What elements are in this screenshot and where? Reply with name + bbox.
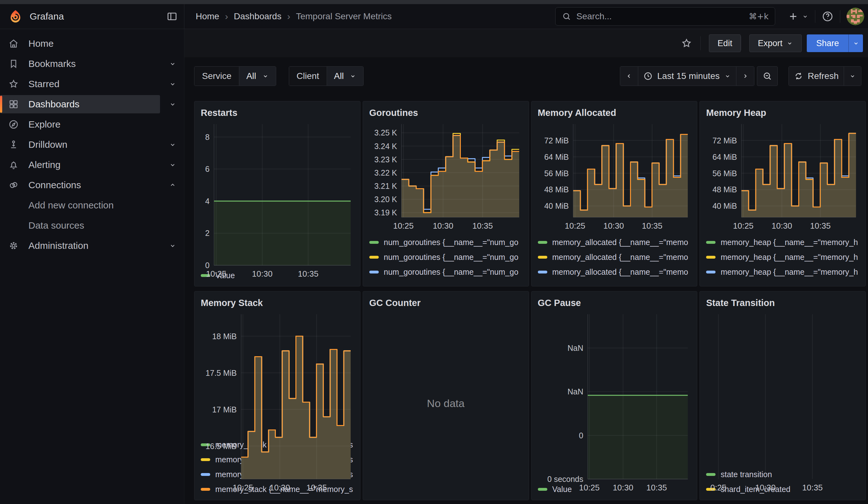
svg-text:10:25: 10:25 [579,483,599,492]
sidebar-link-bookmarks[interactable]: Bookmarks [0,55,160,73]
svg-text:18 MiB: 18 MiB [212,332,237,341]
clock-icon [643,71,653,81]
legend: num_goroutines {__name__="num_gonum_goro… [369,232,523,283]
service-variable: Service All [194,66,276,86]
export-button[interactable]: Export [749,34,802,52]
share-button[interactable]: Share [807,34,848,52]
legend-item[interactable]: num_goroutines {__name__="num_go [369,279,523,283]
sidebar-toggle-button[interactable] [166,11,178,22]
sidebar-link-dashboards[interactable]: Dashboards [0,95,160,113]
grafana-logo-icon[interactable] [8,9,23,24]
grafana-app: Grafana Home › Dashboards › Temporal Ser… [0,0,868,504]
svg-text:10:35: 10:35 [802,483,823,492]
refresh-interval-caret[interactable] [844,66,861,85]
sidebar-link-starred[interactable]: Starred [0,75,160,93]
svg-text:3.21 K: 3.21 K [374,182,397,191]
client-value-dropdown[interactable]: All [327,66,363,85]
expand-dashboards-button[interactable] [161,101,184,108]
chart: 18 MiB17.5 MiB17 MiB16.5 MiB10:2510:3010… [201,311,354,434]
search-box[interactable]: ⌘+k [555,7,775,25]
svg-text:10:30: 10:30 [433,221,453,230]
svg-text:3.23 K: 3.23 K [374,155,397,164]
search-input[interactable] [576,11,749,21]
panel-title[interactable]: Restarts [201,106,354,120]
legend-item[interactable]: memory_allocated {__name__="memo [538,265,691,279]
svg-text:10:25: 10:25 [206,269,226,278]
sidebar-link-alerting[interactable]: Alerting [0,156,160,174]
edit-button[interactable]: Edit [709,34,741,52]
sidebar-item-bookmarks: Bookmarks [0,54,184,74]
legend-item[interactable]: memory_heap {__name__="memory_h [706,279,859,283]
svg-text:4: 4 [205,197,209,206]
sidebar-link-add-new-connection[interactable]: Add new connection [0,196,183,214]
panel-title[interactable]: Memory Heap [706,106,859,120]
legend-swatch [706,241,715,244]
share-split-button: Share [807,34,863,52]
panel-left-icon [166,11,178,22]
legend-item[interactable]: memory_heap {__name__="memory_h [706,265,859,279]
legend-item[interactable]: memory_heap {__name__="memory_h [706,250,859,265]
collapse-connections-button[interactable] [161,181,184,189]
favorite-star-button[interactable] [681,38,692,49]
time-range-picker[interactable]: Last 15 minutes [638,66,736,85]
svg-text:17.5 MiB: 17.5 MiB [206,369,237,377]
help-button[interactable] [822,10,834,22]
expand-starred-button[interactable] [161,80,184,88]
expand-drilldown-button[interactable] [161,141,184,148]
panel-title[interactable]: Goroutines [369,106,523,120]
add-button[interactable] [788,11,809,22]
chevron-down-icon [169,60,176,68]
svg-text:64 MiB: 64 MiB [544,153,569,161]
sidebar-link-drilldown[interactable]: Drilldown [0,135,160,154]
panel-title[interactable]: GC Pause [538,296,691,310]
panel-title[interactable]: State Transition [706,296,859,310]
legend-item[interactable]: memory_heap {__name__="memory_h [706,235,859,250]
time-shift-forward-button[interactable] [736,66,754,85]
service-label: Service [194,66,239,85]
expand-bookmarks-button[interactable] [161,60,184,68]
svg-text:72 MiB: 72 MiB [712,136,737,145]
panel-title[interactable]: GC Counter [369,296,523,310]
time-shift-back-button[interactable] [620,66,638,85]
sidebar-link-explore[interactable]: Explore [0,115,183,134]
legend-item[interactable]: num_goroutines {__name__="num_go [369,265,523,279]
expand-administration-button[interactable] [161,242,184,249]
legend-swatch [538,241,547,244]
chart: 8642010:2510:3010:35 [201,121,354,265]
chevron-down-icon [169,80,176,88]
breadcrumb-dashboards[interactable]: Dashboards [234,11,281,21]
sidebar-link-home[interactable]: Home [0,34,183,53]
legend-item[interactable]: num_goroutines {__name__="num_go [369,250,523,265]
panel-title[interactable]: Memory Allocated [538,106,691,120]
refresh-button[interactable]: Refresh [789,66,844,85]
header-divider [815,10,815,23]
sidebar-link-data-sources[interactable]: Data sources [0,216,183,235]
expand-alerting-button[interactable] [161,161,184,169]
service-value-dropdown[interactable]: All [239,66,276,85]
legend-item[interactable]: num_goroutines {__name__="num_go [369,235,523,250]
panel-title[interactable]: Memory Stack [201,296,354,310]
breadcrumb-home[interactable]: Home [196,11,219,21]
legend-item[interactable]: memory_allocated {__name__="memo [538,250,691,265]
breadcrumb-current: Temporal Server Metrics [296,11,392,21]
svg-text:8: 8 [205,133,209,142]
legend-swatch [538,256,547,259]
sidebar-link-administration[interactable]: Administration [0,237,160,255]
zoom-out-button[interactable] [757,66,778,86]
svg-text:10:30: 10:30 [603,221,624,230]
legend-item[interactable]: memory_allocated {__name__="memo [538,279,691,283]
window-top-strip [0,0,868,4]
svg-text:48 MiB: 48 MiB [712,185,737,194]
actions-divider [700,36,701,50]
chevron-down-icon [349,73,356,80]
sidebar-link-connections[interactable]: Connections [0,176,160,194]
svg-text:40 MiB: 40 MiB [544,202,569,210]
svg-text:10:30: 10:30 [252,269,272,278]
sidebar-item-starred: Starred [0,74,184,94]
legend-item[interactable]: memory_allocated {__name__="memo [538,235,691,250]
chevron-left-icon [625,72,633,80]
panel-restarts: Restarts 8642010:2510:3010:35 Value [194,101,360,286]
avatar[interactable] [847,8,864,25]
panel-gc-pause: GC Pause NaNNaN00 seconds10:2510:3010:35… [531,291,698,500]
share-caret-button[interactable] [848,34,863,52]
